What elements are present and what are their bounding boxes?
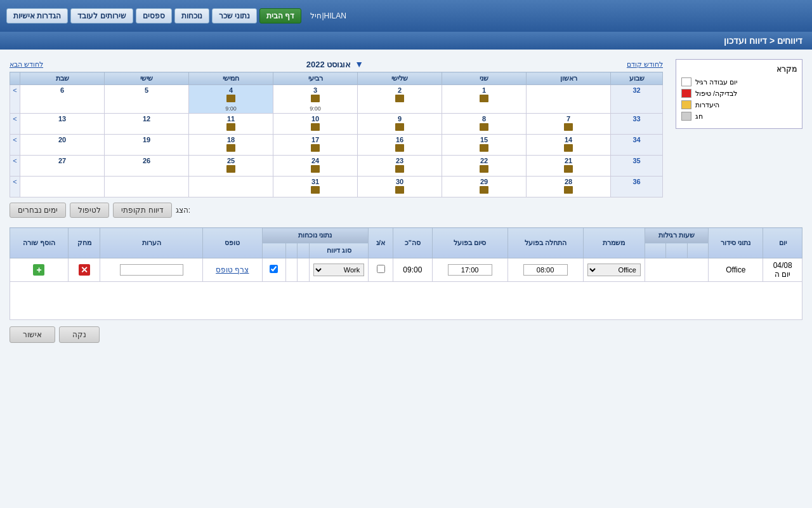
day-8[interactable]: 8 [442, 114, 527, 135]
start-actual-input[interactable] [523, 264, 568, 276]
day-21[interactable]: 21 [527, 156, 611, 177]
day-11[interactable]: 11 [189, 114, 273, 135]
cell-report-type[interactable]: Work [310, 258, 369, 282]
col-form: טופס [202, 228, 262, 258]
day-14[interactable]: 14 [527, 135, 611, 156]
week-num-34[interactable]: 34 [611, 135, 663, 156]
data-table-section: יום נתוני סידור שעות רגילות משמרת התחלה … [10, 227, 802, 343]
day-1[interactable]: 1 [442, 85, 527, 114]
day-30[interactable]: 30 [358, 177, 442, 197]
day-27[interactable]: 27 [20, 156, 105, 177]
cell-delete[interactable]: ✕ [68, 258, 100, 282]
report-type-select[interactable]: Work [313, 264, 364, 276]
day-29[interactable]: 29 [442, 177, 527, 197]
data-row-1: 04/08 יום ה Office Office [10, 258, 802, 282]
treatment-button[interactable]: לטיפול [70, 203, 109, 218]
home-button[interactable]: דף הבית [259, 8, 301, 23]
current-button[interactable]: נוכחות [174, 8, 209, 23]
month-next-arrow[interactable]: ▼ [355, 59, 363, 69]
day-17[interactable]: 17 [273, 135, 358, 156]
selected-days-button[interactable]: ימים נבחרים [10, 203, 66, 218]
day-4[interactable]: 49:00 [189, 85, 273, 114]
day-empty-32[interactable] [189, 177, 273, 197]
order-data-value: Office [726, 265, 745, 274]
day-empty-34[interactable] [20, 177, 105, 197]
week-33-arrow[interactable]: > [10, 114, 20, 135]
day-empty-33[interactable] [105, 177, 189, 197]
shift-select[interactable]: Office [587, 264, 641, 276]
day-24[interactable]: 24 [273, 156, 358, 177]
user-display: HILAN|חיל [310, 11, 346, 20]
bottom-buttons: נקה אישור [10, 326, 802, 343]
calendar-week-35: 35 21 22 23 24 25 26 27 > [10, 156, 663, 177]
day-empty-1[interactable] [527, 85, 611, 114]
cell-start-actual[interactable] [508, 258, 583, 282]
day-12[interactable]: 12 [105, 114, 189, 135]
day-20[interactable]: 20 [20, 135, 105, 156]
legend-label-absent: היעדרות [695, 101, 719, 109]
day-6[interactable]: 6 [20, 85, 105, 114]
cell-end-actual[interactable] [432, 258, 508, 282]
day-15[interactable]: 15 [442, 135, 527, 156]
cell-form[interactable]: צרף טופס [202, 258, 262, 282]
col-header-rishon: ראשון [527, 72, 611, 85]
salary-button[interactable]: נתוני שכר [212, 8, 257, 23]
cell-an[interactable] [369, 258, 393, 282]
week-num-35[interactable]: 35 [611, 156, 663, 177]
clear-button[interactable]: נקה [59, 326, 100, 343]
cell-add[interactable]: + [10, 258, 69, 282]
legend-label-holiday: חג [695, 112, 703, 121]
an-checkbox[interactable] [377, 265, 385, 273]
day-25[interactable]: 25 [189, 156, 273, 177]
day-9[interactable]: 9 [358, 114, 442, 135]
week-num-32[interactable]: 32 [611, 85, 663, 114]
day-23[interactable]: 23 [358, 156, 442, 177]
day-7[interactable]: 7 [527, 114, 611, 135]
col-current-data-group: נתוני נוכחות [262, 228, 369, 243]
notes-input[interactable] [120, 264, 183, 276]
employee-services-button[interactable]: שירותים לעובד [70, 8, 133, 23]
pages-button[interactable]: ספסים [136, 8, 172, 23]
approve-button[interactable]: אישור [10, 326, 55, 343]
day-3[interactable]: 39:00 [273, 85, 358, 114]
day-18[interactable]: 18 [189, 135, 273, 156]
week-34-arrow[interactable]: > [10, 135, 20, 156]
week-32-arrow[interactable]: > [10, 85, 20, 114]
delete-row-button[interactable]: ✕ [79, 264, 90, 276]
data-table: יום נתוני סידור שעות רגילות משמרת התחלה … [10, 227, 802, 320]
personal-settings-button[interactable]: הגדרות אישיות [6, 8, 68, 23]
cell-regular-hours-check[interactable] [262, 258, 285, 282]
top-section: מקרא יום עבודה רגיל לבדיקה/ טיפול היעדרו… [10, 59, 802, 218]
prev-month-link[interactable]: לחודש קודם [627, 60, 663, 69]
week-num-36[interactable]: 36 [611, 177, 663, 197]
day-13[interactable]: 13 [20, 114, 105, 135]
cell-notes[interactable] [100, 258, 203, 282]
col-regular-hours-group: שעות רגילות [645, 228, 708, 243]
next-month-link[interactable]: לחודש הבא [10, 60, 43, 69]
add-row-button[interactable]: + [33, 264, 44, 276]
sub-col-3 [262, 243, 285, 258]
day-31[interactable]: 31 [273, 177, 358, 197]
day-10[interactable]: 10 [273, 114, 358, 135]
sub-col-regular-2 [666, 243, 687, 258]
day-19[interactable]: 19 [105, 135, 189, 156]
col-end-actual: סיום בפועל [432, 228, 508, 258]
day-28[interactable]: 28 [527, 177, 611, 197]
end-actual-input[interactable] [448, 264, 492, 276]
day-26[interactable]: 26 [105, 156, 189, 177]
week-36-arrow[interactable]: > [10, 177, 20, 197]
col-notes: הערות [100, 228, 203, 258]
day-2[interactable]: 2 [358, 85, 442, 114]
week-35-arrow[interactable]: > [10, 156, 20, 177]
week-num-33[interactable]: 33 [611, 114, 663, 135]
sub-col-2 [285, 243, 298, 258]
form-link[interactable]: צרף טופס [216, 265, 249, 274]
day-22[interactable]: 22 [442, 156, 527, 177]
day-5[interactable]: 5 [105, 85, 189, 114]
regular-hours-checkbox[interactable] [270, 265, 278, 273]
date-value: 04/08 [773, 261, 792, 270]
period-report-button[interactable]: דיווח תקופתי [113, 203, 171, 218]
day-16[interactable]: 16 [358, 135, 442, 156]
col-header-sheni: שני [442, 72, 527, 85]
calendar-week-36: 36 28 29 30 31 > [10, 177, 663, 197]
